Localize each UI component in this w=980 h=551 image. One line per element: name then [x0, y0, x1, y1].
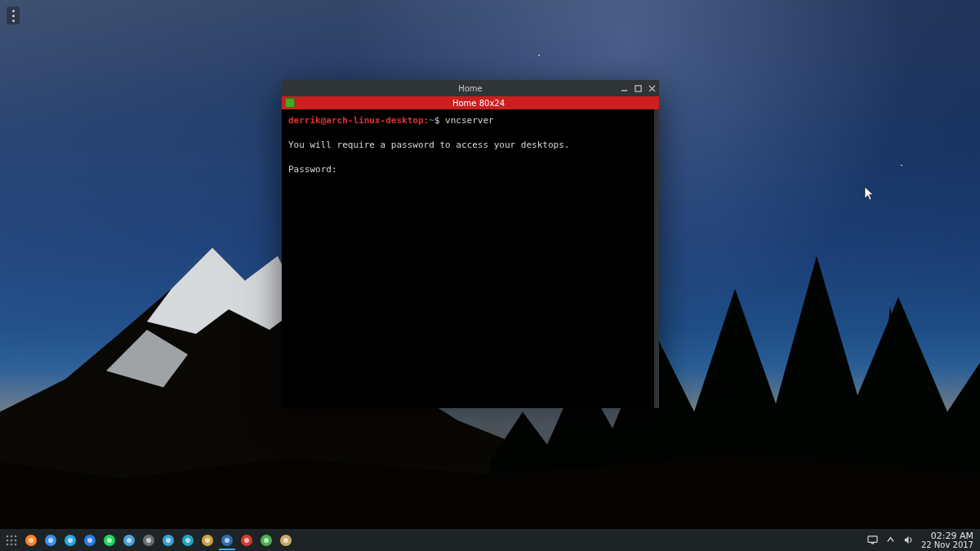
svg-point-2	[7, 535, 9, 537]
terminal-app-icon	[285, 98, 295, 108]
display-icon[interactable]	[867, 535, 879, 546]
svg-point-8	[7, 543, 9, 545]
svg-point-26	[166, 538, 171, 543]
launcher-steam-icon[interactable]	[140, 532, 157, 549]
svg-point-28	[185, 538, 190, 543]
terminal-prompt-user: derrik@arch-linux-desktop	[288, 115, 424, 126]
svg-point-10	[15, 543, 17, 545]
terminal-body[interactable]: derrik@arch-linux-desktop:~$ vncserver Y…	[282, 109, 659, 408]
terminal-line-msg: You will require a password to access yo…	[288, 140, 569, 150]
svg-point-16	[68, 538, 73, 543]
launcher-book-icon[interactable]	[258, 532, 274, 549]
svg-rect-0	[621, 90, 626, 91]
svg-point-5	[7, 539, 9, 541]
svg-point-7	[15, 539, 17, 541]
svg-point-38	[283, 538, 288, 543]
svg-point-18	[87, 538, 92, 543]
desktop-menu-button[interactable]	[7, 7, 20, 24]
svg-point-30	[205, 538, 210, 543]
svg-point-36	[264, 538, 269, 543]
launcher-deluge-icon[interactable]	[160, 532, 176, 549]
svg-point-4	[15, 535, 17, 537]
launcher-files-icon[interactable]	[278, 532, 294, 549]
svg-point-32	[225, 538, 229, 543]
maximize-icon[interactable]	[634, 84, 642, 92]
launcher-office-icon[interactable]	[238, 532, 255, 549]
svg-point-24	[146, 538, 151, 543]
close-icon[interactable]	[648, 84, 656, 92]
system-tray: 02:29 AM 22 Nov 2017	[867, 529, 980, 551]
svg-point-9	[11, 543, 13, 545]
terminal-line-password: Password:	[288, 164, 337, 175]
terminal-command: vncserver	[445, 115, 494, 126]
launcher-utility-icon[interactable]	[199, 532, 216, 549]
terminal-prompt-path: ~	[429, 115, 434, 126]
tray-arrow-icon[interactable]	[885, 535, 897, 546]
launcher-browser-alt-icon[interactable]	[121, 532, 137, 549]
svg-rect-40	[871, 543, 875, 544]
window-titlebar[interactable]: Home	[282, 80, 659, 96]
volume-icon[interactable]	[903, 535, 915, 546]
svg-point-3	[11, 535, 13, 537]
launcher-telegram-icon[interactable]	[62, 532, 78, 549]
svg-point-14	[48, 538, 53, 543]
mouse-cursor	[864, 186, 875, 202]
terminal-tabbar[interactable]: Home 80x24	[282, 96, 659, 109]
svg-rect-1	[635, 85, 640, 91]
terminal-window: Home Home 80x24 derrik@arch-linux-deskto…	[282, 80, 659, 408]
terminal-tab-title: Home 80x24	[298, 99, 659, 108]
taskbar-launchers	[0, 532, 294, 549]
taskbar-panel: 02:29 AM 22 Nov 2017	[0, 529, 980, 551]
clock-time: 02:29 AM	[921, 531, 973, 540]
launcher-mail-icon[interactable]	[82, 532, 98, 549]
terminal-prompt-symbol: $	[434, 115, 445, 126]
launcher-virtualbox-icon[interactable]	[219, 532, 235, 549]
svg-rect-39	[868, 536, 877, 542]
launcher-spotify-icon[interactable]	[101, 532, 118, 549]
minimize-icon[interactable]	[620, 84, 628, 92]
svg-point-20	[107, 538, 112, 543]
launcher-firefox-icon[interactable]	[23, 532, 39, 549]
clock-date: 22 Nov 2017	[921, 540, 973, 549]
svg-point-6	[11, 539, 13, 541]
launcher-chromium-icon[interactable]	[42, 532, 59, 549]
svg-point-34	[244, 538, 249, 543]
svg-point-12	[29, 538, 33, 543]
window-title: Home	[282, 84, 659, 93]
launcher-kodi-icon[interactable]	[180, 532, 196, 549]
svg-point-22	[127, 538, 131, 543]
launcher-app-launcher-icon[interactable]	[3, 532, 20, 549]
clock[interactable]: 02:29 AM 22 Nov 2017	[921, 531, 973, 549]
